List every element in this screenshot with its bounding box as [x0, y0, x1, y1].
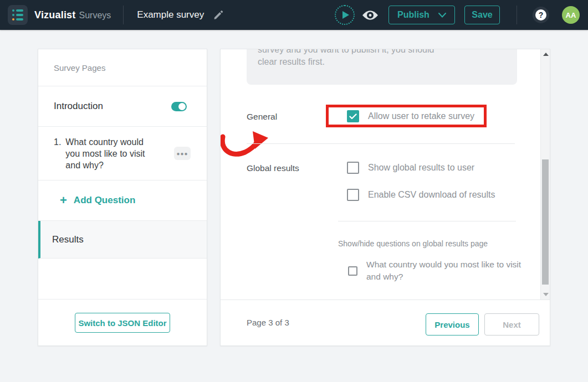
- switch-json-editor-label: Switch to JSON Editor: [78, 318, 166, 328]
- retake-survey-checkbox[interactable]: [347, 110, 359, 122]
- introduction-toggle[interactable]: [171, 102, 187, 111]
- brand-name: Vizualist: [34, 9, 76, 21]
- show-global-results-checkbox-row: Show global results to user: [347, 162, 474, 174]
- question-label: What country would you most like to visi…: [65, 136, 159, 171]
- show-global-results-checkbox[interactable]: [347, 162, 359, 174]
- add-question-label: Add Question: [74, 195, 135, 206]
- brand-suffix: Surveys: [79, 11, 111, 20]
- survey-pages-sidebar: Survey Pages Introduction 1. What countr…: [38, 49, 207, 346]
- plus-icon: +: [60, 193, 67, 208]
- vizualist-logo-icon[interactable]: [8, 5, 28, 25]
- sidebar-spacer: [38, 259, 207, 300]
- ellipsis-icon: ●●●: [176, 151, 188, 157]
- question-mark-icon: ?: [535, 9, 546, 20]
- previous-button[interactable]: Previous: [426, 313, 479, 335]
- question-number: 1.: [54, 136, 61, 171]
- question-visibility-label: What country would you most like to visi…: [366, 259, 527, 283]
- top-bar: Vizualist Surveys Example survey Publi: [0, 0, 588, 30]
- sidebar-header: Survey Pages: [38, 49, 207, 86]
- red-annotation-arrow: [221, 121, 273, 168]
- save-label: Save: [472, 10, 492, 20]
- show-global-results-label: Show global results to user: [368, 163, 474, 173]
- save-button[interactable]: Save: [464, 6, 500, 24]
- introduction-label: Introduction: [54, 101, 103, 112]
- pagination-footer: Page 3 of 3 Previous Next: [221, 300, 550, 346]
- subsection-divider: [338, 221, 516, 221]
- header-divider: [517, 6, 517, 24]
- global-results-section-label: Global results: [247, 163, 299, 173]
- csv-download-checkbox[interactable]: [347, 189, 359, 201]
- play-icon: [342, 11, 349, 19]
- sidebar-item-introduction[interactable]: Introduction: [38, 86, 207, 127]
- page-indicator: Page 3 of 3: [247, 318, 289, 327]
- sidebar-item-question-1[interactable]: 1. What country would you most like to v…: [38, 127, 207, 180]
- survey-title: Example survey: [137, 9, 204, 20]
- question-visibility-checkbox[interactable]: [348, 266, 357, 276]
- switch-json-editor-button[interactable]: Switch to JSON Editor: [75, 313, 170, 333]
- header-divider: [123, 6, 124, 24]
- app-window: Vizualist Surveys Example survey Publi: [0, 0, 588, 382]
- topbar-actions: Publish Save ? AA: [335, 0, 588, 30]
- next-button-disabled[interactable]: Next: [484, 313, 539, 335]
- sidebar-item-results[interactable]: Results: [38, 221, 207, 259]
- publish-warning-box: survey and you want to publish it, you s…: [247, 49, 517, 85]
- csv-download-checkbox-row: Enable CSV download of results: [347, 189, 495, 201]
- question-menu-button[interactable]: ●●●: [174, 147, 191, 160]
- publish-warning-text: survey and you want to publish it, you s…: [258, 49, 441, 68]
- user-avatar[interactable]: AA: [562, 6, 580, 24]
- retake-survey-checkbox-row: Allow user to retake survey: [347, 110, 474, 122]
- checkmark-icon: [349, 113, 357, 120]
- list-icon: [12, 9, 23, 20]
- preview-play-button[interactable]: [335, 5, 355, 25]
- scrollbar-thumb[interactable]: [542, 159, 549, 285]
- edit-pencil-icon[interactable]: [213, 9, 224, 20]
- scrollbar-down-arrow-icon[interactable]: [543, 293, 549, 296]
- results-settings-panel: survey and you want to publish it, you s…: [220, 49, 550, 346]
- settings-scrollbar[interactable]: [540, 49, 550, 300]
- previous-label: Previous: [434, 320, 469, 329]
- results-label: Results: [52, 234, 84, 245]
- general-section-label: General: [247, 112, 277, 122]
- brand: Vizualist Surveys: [34, 9, 111, 21]
- help-button[interactable]: ?: [533, 7, 549, 23]
- next-label: Next: [503, 320, 521, 329]
- retake-survey-label: Allow user to retake survey: [368, 111, 474, 121]
- add-question-button[interactable]: + Add Question: [38, 180, 207, 221]
- chevron-down-icon: [438, 13, 446, 18]
- settings-scroll-area: survey and you want to publish it, you s…: [221, 49, 540, 300]
- publish-label: Publish: [397, 10, 430, 20]
- view-eye-icon[interactable]: [362, 9, 379, 21]
- csv-download-label: Enable CSV download of results: [368, 190, 495, 200]
- publish-button[interactable]: Publish: [388, 6, 455, 24]
- sidebar-footer: Switch to JSON Editor: [38, 300, 207, 346]
- scrollbar-up-arrow-icon[interactable]: [543, 53, 549, 56]
- question-visibility-checkbox-row: What country would you most like to visi…: [348, 259, 527, 283]
- show-hide-heading: Show/hide questions on global results pa…: [338, 239, 488, 248]
- sidebar-title: Survey Pages: [54, 63, 105, 73]
- section-divider: [247, 143, 515, 144]
